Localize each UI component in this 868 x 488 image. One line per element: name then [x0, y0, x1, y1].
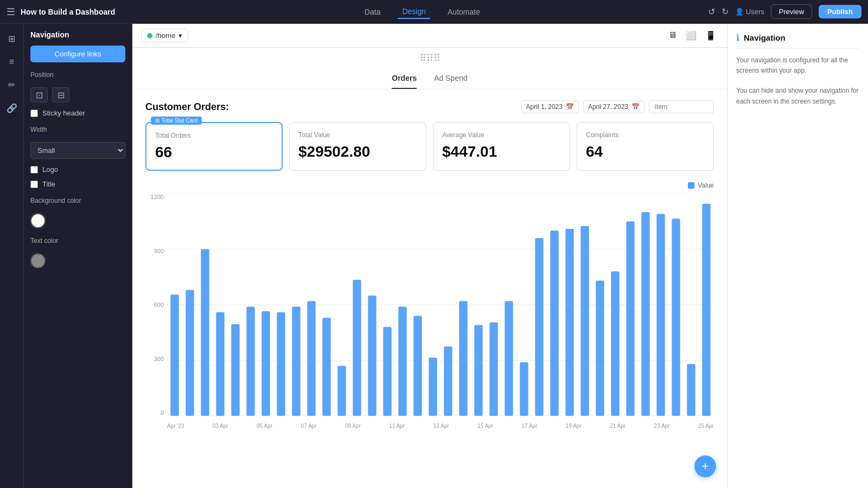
topbar-right: ↺ ↻ 👤 Users Preview Publish — [708, 4, 861, 19]
calendar-to-icon: 📅 — [631, 103, 640, 111]
date-from-value: April 1, 2023 — [526, 103, 563, 111]
right-panel-header: ℹ Navigation — [736, 33, 859, 49]
x-label-4: 09 Apr — [345, 423, 361, 429]
add-button[interactable]: + — [694, 455, 716, 477]
tab-orders[interactable]: Orders — [392, 74, 417, 89]
position-top-button[interactable]: ⊟ — [52, 87, 69, 102]
panel-title: Navigation — [30, 30, 125, 39]
app-title: How to Build a Dashboard — [21, 8, 115, 16]
home-badge[interactable]: /home ▾ — [141, 29, 188, 42]
left-panel: Navigation Configure links Position ⊡ ⊟ … — [24, 24, 132, 488]
chart-inner — [167, 194, 714, 416]
bg-color-label: Background color — [30, 197, 125, 204]
tab-ad-spend[interactable]: Ad Spend — [434, 74, 468, 89]
stat-card-title-2: Average Value — [442, 131, 561, 139]
mobile-icon[interactable]: 📱 — [703, 28, 718, 43]
svg-rect-34 — [611, 272, 619, 416]
canvas-device-icons: 🖥 ⬜ 📱 — [666, 28, 718, 43]
canvas-toolbar: /home ▾ 🖥 ⬜ 📱 — [132, 24, 727, 48]
y-label-0: 0 — [161, 409, 164, 416]
svg-rect-18 — [368, 296, 376, 416]
x-label-5: 11 Apr — [389, 423, 405, 429]
info-icon: ℹ — [736, 33, 739, 43]
sticky-header-row: Sticky header — [30, 109, 125, 117]
svg-rect-15 — [322, 318, 330, 416]
position-left-button[interactable]: ⊡ — [30, 87, 48, 102]
stat-cards: ⊞ Total Stat Card Total Orders 66 Total … — [145, 122, 714, 171]
svg-rect-26 — [489, 322, 497, 416]
preview-button[interactable]: Preview — [771, 4, 812, 19]
logo-checkbox[interactable] — [30, 166, 38, 174]
layers-icon[interactable]: ⊞ — [5, 30, 18, 47]
desktop-icon[interactable]: 🖥 — [666, 28, 679, 43]
svg-rect-21 — [413, 316, 422, 416]
date-to-input[interactable]: April 27, 2023 📅 — [583, 100, 644, 113]
calendar-from-icon: 📅 — [566, 103, 574, 111]
tab-design[interactable]: Design — [398, 5, 430, 19]
dashboard-tabs: Orders Ad Spend — [132, 65, 727, 89]
svg-rect-9 — [231, 324, 239, 416]
tab-data[interactable]: Data — [360, 5, 385, 18]
title-label: Title — [42, 180, 55, 188]
svg-rect-28 — [520, 362, 528, 416]
stats-header: Customer Orders: April 1, 2023 📅 April 2… — [145, 100, 714, 113]
publish-button[interactable]: Publish — [819, 5, 861, 18]
legend-label: Value — [698, 182, 714, 189]
home-dot — [147, 33, 152, 38]
x-label-3: 07 Apr — [301, 423, 317, 429]
grid-handle[interactable]: ⠿⠿⠿ — [419, 52, 441, 64]
undo-icon[interactable]: ↺ — [708, 7, 715, 17]
sticky-header-checkbox[interactable] — [30, 110, 38, 117]
svg-rect-39 — [687, 364, 695, 416]
text-color-picker[interactable] — [30, 253, 46, 268]
stat-card-2[interactable]: Average Value $447.01 — [433, 122, 570, 171]
home-path: /home — [156, 31, 175, 40]
title-checkbox[interactable] — [30, 181, 38, 188]
main-layout: ⊞ ≡ ✏ 🔗 Navigation Configure links Posit… — [0, 0, 868, 488]
configure-links-button[interactable]: Configure links — [30, 46, 125, 62]
tab-automate[interactable]: Automate — [443, 5, 484, 18]
stat-card-3[interactable]: Complaints 64 — [577, 122, 714, 171]
svg-rect-24 — [459, 301, 467, 416]
width-label: Width — [30, 126, 125, 133]
svg-rect-5 — [170, 294, 178, 416]
svg-rect-19 — [383, 327, 391, 416]
menu-icon[interactable]: ☰ — [7, 6, 15, 18]
dots-handle-area: ⠿⠿⠿ — [132, 48, 727, 65]
x-label-6: 13 Apr — [433, 423, 449, 429]
user-icon: 👤 — [735, 8, 744, 16]
y-label-300: 300 — [154, 356, 164, 362]
stat-card-value-1: $29502.80 — [298, 143, 417, 160]
tablet-icon[interactable]: ⬜ — [684, 28, 699, 43]
svg-rect-33 — [596, 281, 604, 416]
width-select[interactable]: Small Medium Large — [30, 142, 125, 159]
stat-card-1[interactable]: Total Value $29502.80 — [289, 122, 426, 171]
chart-container: 1200 900 600 300 0 — [145, 194, 714, 432]
stat-card-title-1: Total Value — [298, 131, 417, 139]
svg-rect-35 — [626, 221, 634, 416]
link-icon[interactable]: 🔗 — [3, 100, 21, 117]
edit-icon[interactable]: ✏ — [5, 76, 18, 93]
x-label-11: 23 Apr — [654, 423, 670, 429]
svg-rect-30 — [550, 230, 558, 416]
date-from-input[interactable]: April 1, 2023 📅 — [521, 100, 579, 113]
x-label-7: 15 Apr — [477, 423, 493, 429]
svg-rect-12 — [277, 312, 285, 416]
users-label: Users — [746, 8, 764, 16]
svg-rect-29 — [535, 238, 543, 416]
svg-rect-6 — [186, 290, 194, 416]
right-panel-text2: You can hide and show your navigation fo… — [736, 86, 859, 106]
y-axis: 1200 900 600 300 0 — [145, 194, 167, 416]
logo-label: Logo — [42, 165, 58, 174]
item-search-input[interactable] — [649, 100, 714, 113]
dashboard-inner: ⠿⠿⠿ Orders Ad Spend Customer Orders: Apr… — [132, 48, 727, 441]
stat-card-tag: ⊞ Total Stat Card — [151, 117, 202, 125]
x-label-12: 25 Apr — [698, 423, 714, 429]
components-icon[interactable]: ≡ — [6, 54, 17, 70]
stat-card-0[interactable]: ⊞ Total Stat Card Total Orders 66 — [145, 122, 283, 171]
date-to-value: April 27, 2023 — [588, 103, 628, 111]
bg-color-picker[interactable] — [30, 213, 46, 228]
redo-icon[interactable]: ↻ — [722, 7, 729, 17]
canvas-area: /home ▾ 🖥 ⬜ 📱 ⠿⠿⠿ Orders Ad Spend — [132, 24, 727, 488]
users-button[interactable]: 👤 Users — [735, 8, 764, 16]
